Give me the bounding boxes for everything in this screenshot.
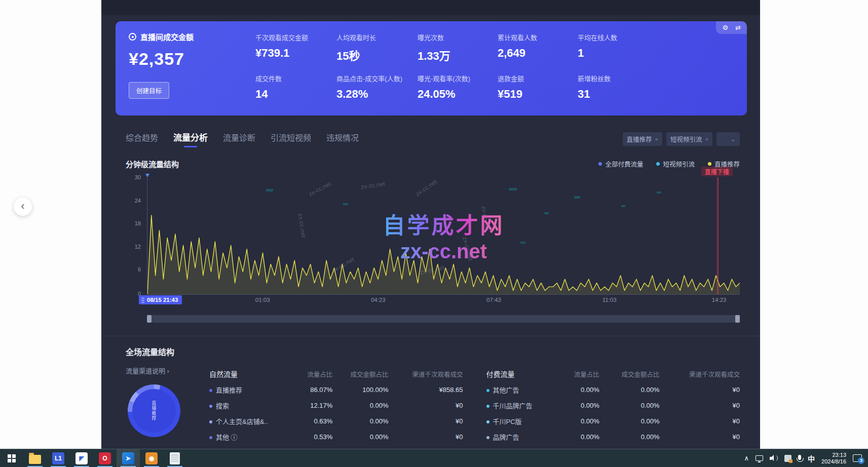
channel-explain-link[interactable]: 流量渠道说明 › — [126, 367, 169, 375]
folder-icon — [29, 455, 41, 464]
metric-cell: 商品点击-成交率(人数) 3.28% — [336, 73, 418, 105]
tab-traffic-diagnosis[interactable]: 流量诊断 — [223, 131, 255, 147]
system-tray: ∧ 中 23:13 2024/8/16 3 — [744, 449, 868, 467]
teams-app-icon: ◤ — [76, 452, 88, 464]
table-row[interactable]: 千川PC版 0.00% 0.00% ¥0 — [486, 413, 740, 429]
start-time-box[interactable]: 08/15 21:43 — [139, 295, 182, 304]
metric-grid: 千次观看成交金额 ¥739.1 人均观看时长 15秒 曝光次数 1.33万 累计… — [255, 31, 734, 105]
tab-traffic-analysis[interactable]: 流量分析 — [173, 131, 208, 147]
windows-logo-icon — [8, 454, 16, 462]
l1-app-icon: L1 — [52, 452, 64, 464]
traffic-structure-section: 全场流量结构 流量渠道说明 › 直播推荐 自然流量 流量占比 成交金额占比 — [101, 336, 760, 449]
settings-icon[interactable]: ⚙ — [722, 24, 728, 31]
legend-dot — [598, 162, 602, 166]
orange-app-icon: ◉ — [145, 452, 158, 464]
opera-app-icon: O — [99, 452, 111, 464]
section-title: 全场流量结构 — [126, 345, 740, 358]
primary-metric-label: 直播间成交金额 — [140, 31, 194, 42]
tab-short-video[interactable]: 引流短视频 — [271, 131, 311, 147]
filter-chips: 直播推荐 × 短视频引流 × ⌄ — [623, 132, 740, 146]
table-row[interactable]: 搜索 12.17% 0.00% ¥0 — [209, 398, 463, 413]
table-row[interactable]: 个人主页&店铺&.. 0.63% 0.00% ¥0 — [209, 413, 463, 429]
notification-icon[interactable]: 3 — [853, 454, 862, 462]
filter-chip-live-recommend[interactable]: 直播推荐 × — [623, 132, 662, 146]
tray-date: 2024/8/16 — [821, 458, 846, 465]
metric-cell: 新增粉丝数 31 — [578, 73, 674, 105]
table-row[interactable]: 其他 ⓘ 0.53% 0.00% ¥0 — [209, 429, 463, 445]
legend-dot — [708, 162, 711, 166]
chart-range-slider[interactable] — [147, 315, 740, 323]
noise-speck — [621, 205, 625, 207]
tray-expand-icon[interactable]: ∧ — [744, 454, 749, 462]
tab-violations[interactable]: 违规情况 — [326, 131, 359, 147]
viewer-prev-button[interactable]: ‹ — [14, 198, 32, 216]
drag-handle-icon — [141, 297, 144, 303]
clock[interactable]: 23:13 2024/8/16 — [821, 452, 846, 465]
analysis-tabs: 综合趋势 流量分析 流量诊断 引流短视频 违规情况 直播推荐 × 短视频引流 ×… — [126, 131, 740, 147]
metric-cell: 人均观看时长 15秒 — [336, 32, 418, 64]
ime-indicator[interactable]: 中 — [808, 453, 815, 463]
stream-end-tag: 直播下播 — [701, 167, 733, 176]
noise-speck — [520, 242, 525, 244]
x-axis-labels: 08/15 21:43 01:03 04:23 07:43 11:03 14:2… — [147, 297, 740, 307]
noise-speck — [657, 191, 661, 193]
speaker-icon[interactable] — [770, 455, 778, 461]
legend-dot — [656, 162, 660, 166]
analytics-app-window: ⚙ ⇄ 直播间成交金额 ¥2,357 创建目标 千次观看成交金额 ¥739.1 … — [101, 0, 760, 449]
taskbar-file-explorer[interactable] — [23, 449, 47, 467]
tab-overall-trend[interactable]: 综合趋势 — [126, 131, 158, 147]
network-icon[interactable] — [756, 455, 763, 461]
natural-traffic-table: 自然流量 流量占比 成交金额占比 渠道千次观看成交 直播推荐 86.07% 10… — [209, 366, 463, 449]
windows-taskbar: L1 ◤ O ➤ ◉ ∧ 中 23:13 2024/8/16 3 — [0, 449, 868, 467]
metric-cell: 曝光-观看率(次数) 24.05% — [418, 73, 498, 105]
taskbar-app-active-browser[interactable]: ➤ — [117, 449, 140, 467]
app-top-strip — [101, 0, 760, 15]
noise-speck — [343, 203, 348, 205]
minute-traffic-chart: 30 24 18 12 6 0 直播下播 zx-cc.net zx-cc.net… — [126, 174, 740, 307]
range-handle-left[interactable] — [147, 315, 152, 323]
donut-center-label: 直播推荐 — [151, 401, 158, 421]
legend-short-video[interactable]: 短视频引流 — [656, 159, 695, 169]
microphone-icon[interactable] — [798, 455, 801, 460]
noise-speck — [509, 188, 517, 190]
filter-chip-short-video[interactable]: 短视频引流 × — [666, 132, 712, 146]
taskbar-notepad[interactable] — [163, 449, 186, 467]
metric-cell: 千次观看成交金额 ¥739.1 — [255, 32, 336, 64]
start-button[interactable] — [0, 449, 23, 467]
traffic-donut-chart[interactable]: 直播推荐 — [128, 384, 180, 437]
site-watermark: 自学成才网 zx-cc.net — [383, 208, 505, 263]
table-row[interactable]: 品牌广告 0.00% 0.00% ¥0 — [486, 429, 740, 445]
create-goal-button[interactable]: 创建目标 — [129, 82, 169, 99]
notification-badge: 3 — [858, 457, 864, 464]
range-handle-right[interactable] — [735, 315, 740, 323]
banner-toolbar: ⚙ ⇄ — [716, 21, 747, 34]
taskbar-app-l1[interactable]: L1 — [47, 449, 70, 467]
noise-speck — [544, 212, 549, 214]
taskbar-app-opera[interactable]: O — [93, 449, 117, 467]
chart-title: 分钟级流量结构 — [126, 159, 179, 169]
remove-chip-icon[interactable]: × — [705, 136, 708, 142]
primary-metric: 直播间成交金额 ¥2,357 创建目标 — [129, 31, 255, 105]
swap-icon[interactable]: ⇄ — [735, 24, 741, 31]
table-row[interactable]: 其他广告 0.00% 0.00% ¥0 — [486, 382, 740, 398]
kpi-banner: ⚙ ⇄ 直播间成交金额 ¥2,357 创建目标 千次观看成交金额 ¥739.1 … — [116, 21, 747, 115]
table-row[interactable]: 直播推荐 86.07% 100.00% ¥858.65 — [209, 382, 463, 398]
tray-app-icon[interactable] — [784, 455, 791, 462]
target-icon — [129, 33, 136, 41]
filter-dropdown[interactable]: ⌄ — [716, 132, 740, 146]
paid-traffic-table: 付费流量 流量占比 成交金额占比 渠道千次观看成交 其他广告 0.00% 0.0… — [486, 366, 740, 449]
chart-plot-area[interactable]: 直播下播 zx-cc.net zx-cc.net zx-cc.net zx-cc… — [147, 177, 740, 295]
metric-cell: 平均在线人数 1 — [578, 32, 674, 64]
table-row[interactable]: 千川品牌广告 0.00% 0.00% ¥0 — [486, 398, 740, 413]
primary-metric-value: ¥2,357 — [129, 49, 255, 69]
remove-chip-icon[interactable]: × — [655, 136, 658, 142]
metric-cell: 成交件数 14 — [255, 73, 336, 105]
taskbar-app-teams[interactable]: ◤ — [70, 449, 93, 467]
taskbar-app-orange[interactable]: ◉ — [140, 449, 163, 467]
legend-paid-traffic[interactable]: 全部付费流量 — [598, 159, 643, 169]
chevron-down-icon: ⌄ — [731, 135, 736, 143]
stream-start-marker-icon — [145, 174, 149, 177]
arrow-app-icon: ➤ — [122, 452, 134, 464]
tray-time: 23:13 — [821, 452, 846, 458]
noise-speck — [266, 189, 273, 191]
